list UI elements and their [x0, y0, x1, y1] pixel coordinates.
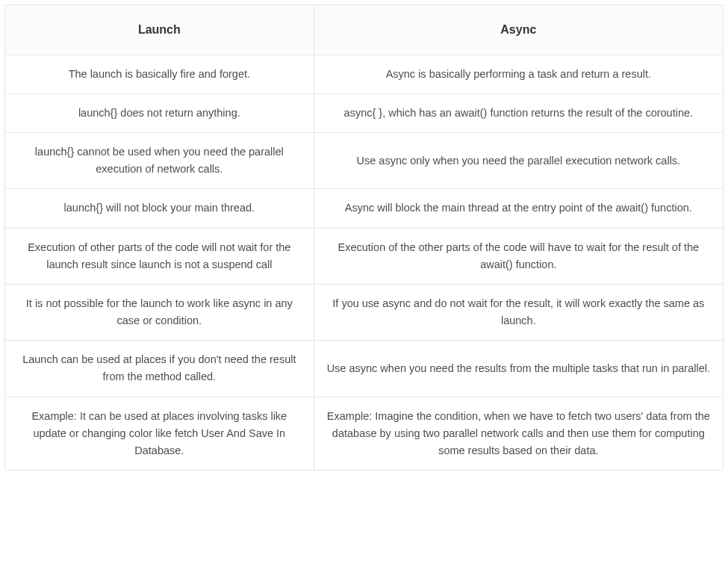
cell-launch: Launch can be used at places if you don'… — [5, 341, 314, 397]
cell-launch: Execution of other parts of the code wil… — [5, 228, 314, 284]
cell-async: Use async when you need the results from… — [314, 341, 723, 397]
table-row: The launch is basically fire and forget.… — [5, 55, 724, 93]
cell-async: Async will block the main thread at the … — [314, 189, 723, 228]
cell-launch: The launch is basically fire and forget. — [5, 55, 314, 93]
cell-launch: Example: It can be used at places involv… — [5, 397, 314, 471]
cell-async: async{ }, which has an await() function … — [314, 93, 723, 132]
header-launch: Launch — [5, 5, 314, 55]
table-row: It is not possible for the launch to wor… — [5, 284, 724, 340]
table-body: The launch is basically fire and forget.… — [5, 55, 724, 471]
cell-launch: launch{} does not return anything. — [5, 93, 314, 132]
cell-async: Execution of the other parts of the code… — [314, 228, 723, 284]
table-row: Launch can be used at places if you don'… — [5, 341, 724, 397]
table-header: Launch Async — [5, 5, 724, 55]
cell-launch: It is not possible for the launch to wor… — [5, 284, 314, 340]
table-row: launch{} will not block your main thread… — [5, 189, 724, 228]
cell-async: Example: Imagine the condition, when we … — [314, 397, 723, 471]
comparison-table: Launch Async The launch is basically fir… — [4, 4, 724, 471]
cell-async: Async is basically performing a task and… — [314, 55, 723, 93]
header-async: Async — [314, 5, 723, 55]
cell-async: If you use async and do not wait for the… — [314, 284, 723, 340]
table-row: Execution of other parts of the code wil… — [5, 228, 724, 284]
cell-launch: launch{} will not block your main thread… — [5, 189, 314, 228]
cell-launch: launch{} cannot be used when you need th… — [5, 132, 314, 188]
table-row: launch{} cannot be used when you need th… — [5, 132, 724, 188]
table-row: launch{} does not return anything. async… — [5, 93, 724, 132]
table-header-row: Launch Async — [5, 5, 724, 55]
cell-async: Use async only when you need the paralle… — [314, 132, 723, 188]
table-row: Example: It can be used at places involv… — [5, 397, 724, 471]
